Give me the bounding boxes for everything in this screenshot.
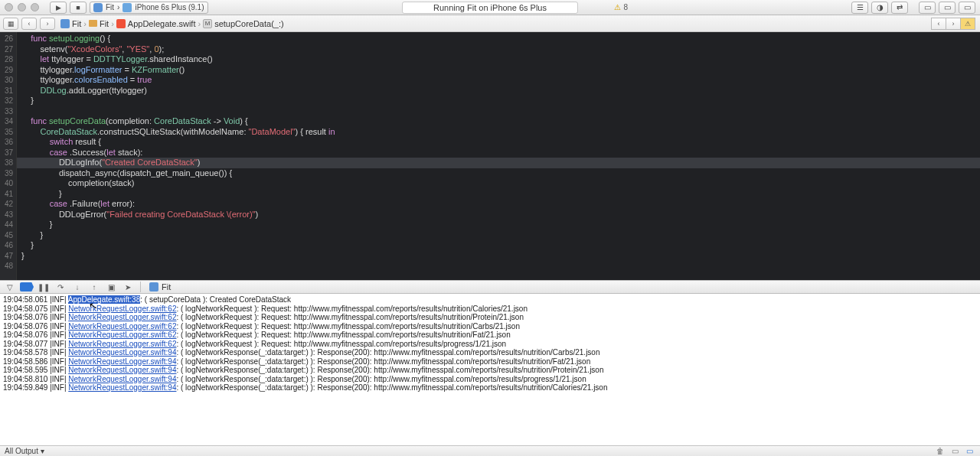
- swift-file-icon: [116, 19, 126, 28]
- source-link[interactable]: NetworkRequestLogger.swift:62: [68, 331, 176, 339]
- source-link[interactable]: NetworkRequestLogger.swift:62: [68, 340, 176, 348]
- hide-debug-button[interactable]: ▽: [3, 282, 17, 292]
- console-line[interactable]: 19:04:58.586 |INF| NetworkRequestLogger.…: [3, 357, 977, 366]
- source-link[interactable]: NetworkRequestLogger.swift:62: [68, 322, 176, 331]
- device-icon: [122, 3, 132, 12]
- zoom-icon[interactable]: [31, 3, 39, 11]
- main-toolbar: Fit › iPhone 6s Plus (9.1) Running Fit o…: [0, 0, 980, 15]
- window-controls: [5, 3, 39, 11]
- run-button[interactable]: [50, 2, 67, 14]
- debug-console[interactable]: 19:04:58.061 |INF| AppDelegate.swift:38:…: [0, 294, 980, 445]
- project-icon: [60, 19, 70, 28]
- source-link[interactable]: AppDelegate.swift:38: [68, 295, 141, 304]
- debug-toolbar: ▽ ❚❚ ↷ ↓ ↑ ▣ ➤ Fit: [0, 280, 980, 294]
- chevron-right-icon: ›: [117, 3, 119, 11]
- next-issue-button[interactable]: ›: [946, 18, 961, 30]
- console-line[interactable]: 19:04:58.595 |INF| NetworkRequestLogger.…: [3, 366, 977, 375]
- app-icon: [93, 3, 103, 12]
- prev-issue-button[interactable]: ‹: [931, 18, 946, 30]
- process-icon: [149, 282, 158, 292]
- output-filter-label: All Output: [5, 447, 38, 455]
- console-line[interactable]: 19:04:58.077 |INF| NetworkRequestLogger.…: [3, 340, 977, 349]
- minimize-icon[interactable]: [18, 3, 26, 11]
- scheme-app-label: Fit: [106, 3, 114, 11]
- source-link[interactable]: NetworkRequestLogger.swift:62: [68, 305, 176, 313]
- stop-button[interactable]: [70, 2, 87, 14]
- console-line[interactable]: 19:04:58.076 |INF| NetworkRequestLogger.…: [3, 331, 977, 340]
- close-icon[interactable]: [5, 3, 13, 11]
- source-link[interactable]: NetworkRequestLogger.swift:94: [68, 366, 176, 374]
- step-out-button[interactable]: ↑: [87, 282, 101, 292]
- step-into-button[interactable]: ↓: [70, 282, 84, 292]
- toggle-utilities-button[interactable]: ▭: [959, 2, 975, 14]
- source-link[interactable]: NetworkRequestLogger.swift:94: [68, 383, 176, 392]
- console-line[interactable]: 19:04:58.578 |INF| NetworkRequestLogger.…: [3, 348, 977, 357]
- console-line[interactable]: 19:04:58.076 |INF| NetworkRequestLogger.…: [3, 322, 977, 331]
- console-bottom-bar: All Output ▾ 🗑 ▭ ▭: [0, 445, 980, 456]
- scheme-selector[interactable]: Fit › iPhone 6s Plus (9.1): [90, 2, 208, 14]
- method-icon: M: [203, 19, 212, 28]
- breadcrumb[interactable]: Fit › Fit › AppDelegate.swift › M setupC…: [58, 19, 286, 28]
- activity-status: Running Fit on iPhone 6s Plus: [402, 2, 578, 14]
- source-link[interactable]: NetworkRequestLogger.swift:94: [68, 348, 176, 357]
- console-line[interactable]: 19:04:59.849 |INF| NetworkRequestLogger.…: [3, 383, 977, 392]
- line-number-gutter[interactable]: 2627282930313233343536373839404142434445…: [0, 32, 17, 280]
- warning-icon: ⚠: [614, 3, 621, 11]
- chevron-right-icon: ›: [198, 19, 201, 28]
- source-editor[interactable]: 2627282930313233343536373839404142434445…: [0, 32, 980, 280]
- output-filter-selector[interactable]: All Output ▾: [5, 447, 44, 455]
- chevron-down-icon: ▾: [41, 447, 44, 455]
- related-items-button[interactable]: ▦: [3, 18, 18, 30]
- issue-indicator-icon[interactable]: ⚠: [960, 18, 975, 30]
- breadcrumb-file: AppDelegate.swift: [128, 19, 196, 28]
- variables-pane-toggle-button[interactable]: ▭: [949, 447, 961, 456]
- source-link[interactable]: NetworkRequestLogger.swift:62: [68, 313, 176, 321]
- chevron-right-icon: ›: [111, 19, 114, 28]
- simulate-location-button[interactable]: ➤: [121, 282, 135, 292]
- breadcrumb-project: Fit: [72, 19, 81, 28]
- pause-button[interactable]: ❚❚: [37, 282, 51, 292]
- chevron-right-icon: ›: [83, 19, 87, 28]
- jump-bar: ▦ ‹ › Fit › Fit › AppDelegate.swift › M …: [0, 15, 980, 32]
- console-line[interactable]: 19:04:58.061 |INF| AppDelegate.swift:38:…: [3, 295, 977, 305]
- editor-mode-assistant-button[interactable]: ◑: [871, 2, 888, 14]
- console-line[interactable]: 19:04:58.810 |INF| NetworkRequestLogger.…: [3, 375, 977, 384]
- status-text: Running Fit on iPhone 6s Plus: [433, 3, 547, 12]
- warning-count: 8: [623, 3, 628, 11]
- code-area[interactable]: func setupLogging() { setenv("XcodeColor…: [17, 32, 980, 280]
- debug-target-label: Fit: [162, 282, 171, 292]
- console-line[interactable]: 19:04:58.076 |INF| NetworkRequestLogger.…: [3, 313, 977, 322]
- toggle-debug-area-button[interactable]: ▭: [939, 2, 956, 14]
- toggle-navigator-button[interactable]: ▭: [919, 2, 936, 14]
- console-pane-toggle-button[interactable]: ▭: [963, 447, 975, 456]
- folder-icon: [89, 20, 97, 27]
- scheme-device-label: iPhone 6s Plus (9.1): [135, 3, 204, 11]
- warnings-badge[interactable]: ⚠ 8: [614, 2, 628, 14]
- editor-mode-standard-button[interactable]: ☰: [851, 2, 868, 14]
- editor-mode-version-button[interactable]: ⇄: [891, 2, 908, 14]
- breakpoints-toggle-button[interactable]: [20, 282, 34, 292]
- source-link[interactable]: NetworkRequestLogger.swift:94: [68, 375, 176, 383]
- forward-button[interactable]: ›: [40, 18, 55, 30]
- back-button[interactable]: ‹: [21, 18, 37, 30]
- source-link[interactable]: NetworkRequestLogger.swift:94: [68, 357, 176, 366]
- breadcrumb-method: setupCoreData(_:): [214, 19, 284, 28]
- step-over-button[interactable]: ↷: [54, 282, 67, 292]
- breadcrumb-group: Fit: [100, 19, 109, 28]
- clear-console-button[interactable]: 🗑: [934, 447, 946, 456]
- debug-view-hierarchy-button[interactable]: ▣: [104, 282, 118, 292]
- console-line[interactable]: 19:04:58.075 |INF| NetworkRequestLogger.…: [3, 305, 977, 314]
